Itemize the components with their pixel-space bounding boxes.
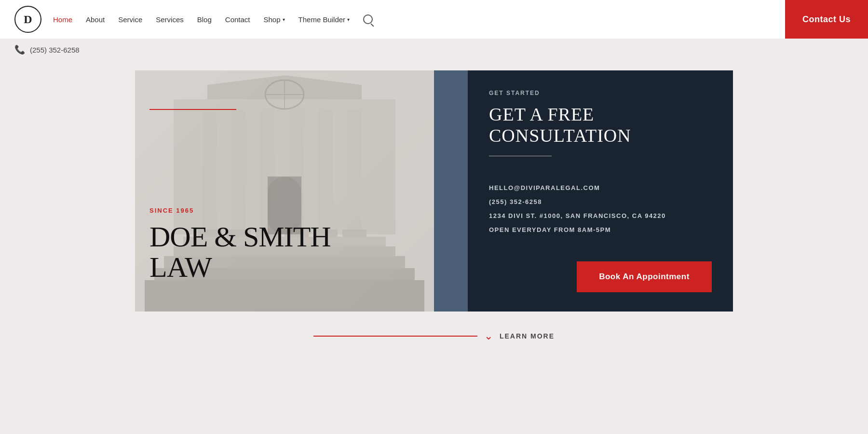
consultation-top: GET STARTED GET A FREE CONSULTATION	[489, 90, 712, 170]
phone-number: (255) 352-6258	[30, 46, 80, 54]
nav-contact[interactable]: Contact	[225, 15, 250, 24]
hero-right: GET STARTED GET A FREE CONSULTATION HELL…	[434, 70, 733, 312]
main-nav: Home About Service Services Blog Contact…	[53, 14, 854, 24]
theme-builder-chevron-icon: ▾	[347, 17, 350, 22]
search-icon[interactable]	[363, 14, 373, 24]
get-started-label: GET STARTED	[489, 90, 712, 96]
header: D Home About Service Services Blog Conta…	[0, 0, 868, 39]
nav-shop-container[interactable]: Shop ▾	[264, 15, 285, 24]
red-line-decoration	[149, 109, 236, 110]
svg-rect-17	[342, 230, 366, 237]
svg-rect-22	[145, 280, 424, 312]
nav-shop[interactable]: Shop	[264, 15, 281, 24]
learn-more-text[interactable]: LEARN MORE	[500, 332, 555, 340]
nav-about[interactable]: About	[86, 15, 105, 24]
consultation-email: HELLO@DIVIPARALEGAL.COM	[489, 184, 712, 191]
consultation-address: 1234 DIVI ST. #1000, SAN FRANCISCO, CA 9…	[489, 212, 712, 219]
learn-more-bar: ⌄ LEARN MORE	[0, 321, 868, 351]
consultation-title: GET A FREE CONSULTATION	[489, 104, 712, 146]
consultation-hours: OPEN EVERYDAY FROM 8AM-5PM	[489, 226, 712, 233]
nav-services[interactable]: Services	[156, 15, 184, 24]
shop-chevron-icon: ▾	[283, 17, 285, 22]
blue-sidebar	[434, 70, 468, 312]
dark-panel: GET STARTED GET A FREE CONSULTATION HELL…	[468, 70, 733, 312]
main-content: SINCE 1965 DOE & SMITH LAW GET STARTED G…	[0, 61, 868, 321]
red-line-learn	[313, 336, 477, 337]
phone-bar: 📞 (255) 352-6258	[0, 39, 868, 61]
since-label: SINCE 1965	[149, 207, 331, 214]
white-divider	[489, 156, 552, 156]
contact-us-button[interactable]: Contact Us	[785, 0, 868, 39]
svg-rect-11	[347, 109, 362, 234]
book-appointment-button[interactable]: Book An Appointment	[577, 261, 712, 292]
nav-service[interactable]: Service	[118, 15, 142, 24]
nav-theme-builder-container[interactable]: Theme Builder ▾	[298, 15, 350, 24]
logo[interactable]: D	[14, 6, 41, 33]
nav-blog[interactable]: Blog	[197, 15, 212, 24]
chevron-down-icon[interactable]: ⌄	[484, 330, 493, 342]
contact-info: HELLO@DIVIPARALEGAL.COM (255) 352-6258 1…	[489, 184, 712, 233]
nav-home[interactable]: Home	[53, 15, 72, 24]
hero-left: SINCE 1965 DOE & SMITH LAW	[135, 70, 434, 312]
nav-theme-builder[interactable]: Theme Builder	[298, 15, 346, 24]
firm-name: DOE & SMITH LAW	[149, 222, 331, 283]
phone-icon: 📞	[14, 44, 25, 55]
hero-text-overlay: SINCE 1965 DOE & SMITH LAW	[149, 207, 331, 283]
consultation-phone: (255) 352-6258	[489, 198, 712, 205]
